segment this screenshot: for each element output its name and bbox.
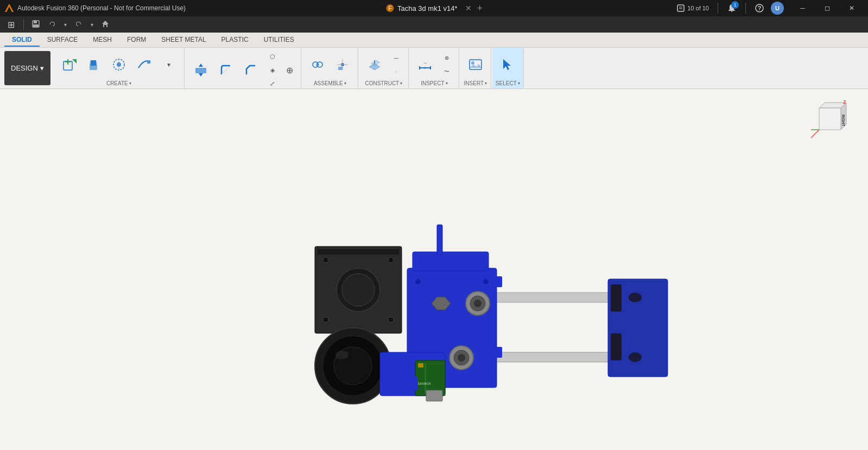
create-label[interactable]: CREATE ▾ <box>106 80 131 86</box>
toolbar-area: SOLID SURFACE MESH FORM SHEET METAL PLAS… <box>0 33 868 89</box>
shell-button[interactable]: ⬡ <box>264 50 281 63</box>
construct-buttons: ─ · <box>363 50 405 79</box>
svg-rect-23 <box>147 60 150 64</box>
add-tab-icon[interactable]: + <box>477 3 483 14</box>
svg-point-67 <box>388 317 394 322</box>
undo-button[interactable] <box>46 18 59 31</box>
design-dropdown[interactable]: DESIGN ▾ <box>4 51 50 85</box>
svg-rect-83 <box>418 363 423 367</box>
create-more-button[interactable]: ▼ <box>157 50 181 79</box>
chamfer-button[interactable] <box>239 56 263 84</box>
window-controls: ─ ◻ ✕ <box>790 0 864 16</box>
tab-plastic[interactable]: PLASTIC <box>214 34 256 47</box>
new-joint-icon <box>310 57 325 72</box>
redo-dropdown-button[interactable]: ▾ <box>88 21 96 29</box>
press-pull-button[interactable] <box>189 56 213 84</box>
select-dropdown-arrow: ▾ <box>518 81 520 86</box>
tab-surface[interactable]: SURFACE <box>40 34 86 47</box>
inspect-small-stack: ⊗ 〜 <box>438 52 455 78</box>
3d-model: Bontech <box>271 198 679 415</box>
insert-image-button[interactable] <box>464 50 487 79</box>
fillet-button[interactable] <box>214 56 238 84</box>
help-icon[interactable]: ? <box>755 3 764 13</box>
svg-rect-24 <box>195 68 206 73</box>
titlebar-right: 10 of 10 1 ? U ─ ◻ ✕ <box>676 0 864 16</box>
offset-plane-button[interactable] <box>363 50 387 79</box>
svg-rect-56 <box>611 333 622 360</box>
joint-origin-button[interactable] <box>331 50 354 79</box>
viewport[interactable]: RIGHT Z <box>0 89 868 450</box>
revolve-button[interactable] <box>107 50 131 79</box>
curvature-button[interactable]: 〜 <box>438 65 455 78</box>
redo-icon <box>74 20 83 28</box>
svg-marker-12 <box>102 21 109 27</box>
point-button[interactable]: · <box>388 65 405 78</box>
sweep-button[interactable] <box>132 50 156 79</box>
chamfer-icon <box>243 62 258 78</box>
svg-point-73 <box>474 300 481 307</box>
new-joint-button[interactable] <box>306 50 330 79</box>
interference-button[interactable]: ⊗ <box>438 52 455 65</box>
measure-button[interactable]: ↔ <box>413 50 437 79</box>
scale-button[interactable]: ⤢ <box>264 77 281 90</box>
assemble-buttons <box>306 50 354 79</box>
construct-group: ─ · CONSTRUCT ▾ <box>359 48 409 88</box>
combine-button[interactable]: ⊕ <box>282 62 297 78</box>
axis-button[interactable]: ─ <box>388 52 405 65</box>
svg-rect-87 <box>388 366 404 374</box>
svg-rect-10 <box>34 21 37 23</box>
select-label[interactable]: SELECT ▾ <box>496 80 520 86</box>
app-menu-button[interactable]: ⊞ <box>4 18 18 31</box>
assemble-label[interactable]: ASSEMBLE ▾ <box>314 80 346 86</box>
extrude-button[interactable] <box>82 50 106 79</box>
create-more-icon: ▼ <box>161 57 176 72</box>
joint-origin-icon <box>335 57 350 72</box>
titlebar-left: Autodesk Fusion 360 (Personal - Not for … <box>4 3 186 13</box>
user-avatar[interactable]: U <box>771 2 784 15</box>
svg-point-91 <box>415 279 421 284</box>
svg-point-76 <box>458 354 465 362</box>
minimize-button[interactable]: ─ <box>790 0 815 16</box>
file-icon: F <box>385 4 394 12</box>
inspect-label[interactable]: INSPECT ▾ <box>421 80 447 86</box>
viewcube[interactable]: RIGHT Z <box>808 97 852 141</box>
home-button[interactable] <box>99 18 112 31</box>
insert-label[interactable]: INSERT ▾ <box>464 80 487 86</box>
notification-bell[interactable]: 1 <box>727 3 737 13</box>
autodesk-logo-icon <box>4 3 14 13</box>
titlebar: Autodesk Fusion 360 (Personal - Not for … <box>0 0 868 16</box>
svg-marker-44 <box>470 64 481 68</box>
page-counter[interactable]: 10 of 10 <box>676 4 709 12</box>
svg-marker-19 <box>90 60 97 65</box>
fillet-icon <box>218 62 233 78</box>
titlebar-center: F Tacha 3d mk1 v14* ✕ + <box>385 3 483 14</box>
select-button[interactable] <box>496 50 519 79</box>
page-counter-icon <box>676 4 685 12</box>
close-file-icon[interactable]: ✕ <box>465 4 472 12</box>
svg-rect-88 <box>489 276 502 287</box>
redo-button[interactable] <box>72 18 85 31</box>
viewcube-z-axis: Z <box>843 99 846 105</box>
tab-utilities[interactable]: UTILITIES <box>256 34 302 47</box>
tab-sheet-metal[interactable]: SHEET METAL <box>154 34 213 47</box>
draft-button[interactable]: ◈ <box>264 64 281 77</box>
construct-label[interactable]: CONSTRUCT ▾ <box>365 80 402 86</box>
svg-point-66 <box>323 317 328 322</box>
insert-buttons <box>464 50 487 79</box>
create-group: ▼ CREATE ▾ <box>54 48 185 88</box>
save-button[interactable] <box>29 18 42 31</box>
undo-dropdown-button[interactable]: ▾ <box>62 21 69 29</box>
tab-mesh[interactable]: MESH <box>85 34 119 47</box>
close-button[interactable]: ✕ <box>839 0 864 16</box>
tab-row: SOLID SURFACE MESH FORM SHEET METAL PLAS… <box>0 33 868 48</box>
create-dropdown-arrow: ▾ <box>129 81 131 86</box>
construct-dropdown-arrow: ▾ <box>400 81 402 86</box>
svg-rect-4 <box>677 5 684 11</box>
tab-solid[interactable]: SOLID <box>4 34 40 47</box>
insert-image-icon <box>468 57 483 72</box>
extrude-icon <box>86 57 102 72</box>
tab-form[interactable]: FORM <box>119 34 154 47</box>
app-title: Autodesk Fusion 360 (Personal - Not for … <box>17 4 186 12</box>
new-component-button[interactable] <box>57 50 81 79</box>
maximize-button[interactable]: ◻ <box>815 0 839 16</box>
